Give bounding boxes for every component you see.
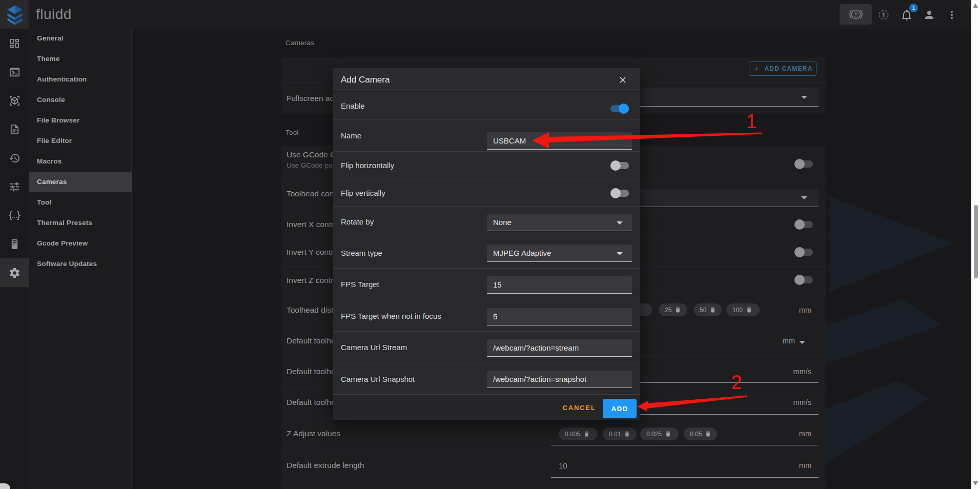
rail-item-tune[interactable]	[0, 172, 29, 201]
add-camera-button[interactable]: ADD CAMERA	[749, 62, 816, 76]
setting-row-z-adjust-values: Z Adjust values 0.005 0.01 0.025 0.05 mm	[281, 418, 826, 450]
menu-item-file-browser[interactable]: File Browser	[29, 110, 132, 131]
unit-suffix: mm	[783, 325, 795, 356]
menu-item-general[interactable]: General	[29, 28, 132, 49]
menu-item-file-editor[interactable]: File Editor	[29, 131, 132, 151]
menu-item-thermal-presets[interactable]: Thermal Presets	[29, 213, 132, 233]
fps-target-idle-input[interactable]: 5	[487, 308, 632, 325]
chip-value: 50	[700, 307, 706, 314]
dialog-titlebar: Add Camera	[333, 68, 640, 92]
scrollbar-thumb[interactable]	[974, 205, 978, 278]
dialog-row-fps-target: FPS Target 15	[333, 268, 640, 300]
tool-section-heading: Tool	[285, 129, 299, 136]
chevron-down-icon	[801, 96, 807, 99]
emergency-stop-button[interactable]	[840, 4, 872, 25]
update-arrow-icon[interactable]	[877, 9, 890, 21]
menu-item-theme[interactable]: Theme	[29, 49, 132, 69]
z-adjust-chip[interactable]: 0.05	[684, 427, 717, 440]
camera-url-stream-input[interactable]: /webcam/?action=stream	[487, 339, 632, 357]
rail-item-dashboard[interactable]	[0, 29, 29, 57]
add-camera-button-label: ADD CAMERA	[765, 65, 813, 72]
fluidd-app: fluidd 1	[0, 0, 980, 489]
dialog-row-rotate-by: Rotate by None	[333, 206, 640, 237]
menu-item-macros[interactable]: Macros	[29, 151, 132, 172]
z-adjust-chip[interactable]: 0.025	[640, 427, 679, 440]
setting-label: Invert X control	[287, 211, 340, 238]
dialog-row-flip-horizontally: Flip horizontally	[333, 151, 640, 179]
camera-url-snapshot-value: /webcam/?action=snapshot	[493, 375, 586, 383]
scroll-down-arrow-icon[interactable]	[973, 481, 978, 485]
menu-item-tool[interactable]: Tool	[29, 192, 132, 213]
stream-type-select[interactable]: MJPEG Adaptive	[487, 244, 632, 262]
name-input[interactable]: USBCAM	[487, 132, 632, 150]
input-underline	[551, 445, 819, 445]
name-input-value: USBCAM	[493, 136, 526, 145]
settings-gear-icon	[9, 267, 21, 279]
cancel-button[interactable]: CANCEL	[563, 395, 596, 420]
rail-item-history[interactable]	[0, 144, 29, 172]
scroll-up-arrow-icon[interactable]	[973, 4, 978, 8]
rotate-by-select[interactable]: None	[487, 214, 632, 231]
scrollbar[interactable]	[971, 0, 980, 489]
chip-value: 0.005	[565, 431, 580, 438]
z-adjust-chip[interactable]: 0.01	[603, 427, 637, 440]
dialog-row-name: Name USBCAM	[333, 119, 640, 151]
z-adjust-chip[interactable]: 0.005	[559, 427, 598, 440]
menu-item-console[interactable]: Console	[29, 90, 132, 110]
unit-suffix: mm/s	[793, 387, 811, 418]
delete-icon[interactable]	[665, 431, 671, 437]
distance-chip[interactable]: 100	[726, 303, 760, 316]
field-label: Rotate by	[341, 207, 374, 237]
chevron-down-icon	[799, 341, 805, 344]
fluidd-logo-icon	[7, 5, 23, 25]
notification-badge[interactable]: 1	[909, 4, 918, 12]
fps-target-input[interactable]: 15	[487, 276, 632, 294]
system-icon	[9, 238, 21, 250]
history-icon	[9, 152, 21, 164]
rail-item-jobs[interactable]	[0, 115, 29, 144]
gcode-preview-icon	[9, 95, 21, 107]
delete-icon[interactable]	[624, 431, 630, 437]
menu-item-software-updates[interactable]: Software Updates	[29, 254, 132, 274]
extrude-length-value[interactable]: 10	[559, 450, 567, 481]
fluidd-watermark-icon	[826, 185, 972, 489]
fps-target-value: 15	[493, 280, 502, 289]
camera-url-stream-value: /webcam/?action=stream	[493, 343, 579, 352]
add-button[interactable]: ADD	[603, 399, 637, 418]
chip-value: 0.01	[609, 431, 621, 438]
distance-chip[interactable]: 50	[693, 303, 722, 316]
rail-item-system[interactable]	[0, 230, 29, 258]
setting-row-default-extrude-length: Default extrude length 10 mm	[281, 450, 826, 481]
chevron-down-icon	[617, 252, 623, 255]
menu-item-gcode-preview[interactable]: Gcode Preview	[29, 233, 132, 254]
camera-url-snapshot-input[interactable]: /webcam/?action=snapshot	[487, 371, 632, 388]
setting-label: Invert Z control	[287, 266, 339, 295]
field-label: Enable	[341, 93, 365, 119]
chevron-down-icon	[801, 196, 807, 199]
logo-container[interactable]	[0, 0, 29, 29]
dialog-title: Add Camera	[341, 68, 390, 92]
close-icon[interactable]	[618, 75, 628, 85]
distance-chip[interactable]: 25	[659, 303, 687, 316]
chip-value: 100	[732, 307, 743, 314]
rail-item-gcode-preview[interactable]	[0, 86, 29, 115]
rail-item-console[interactable]	[0, 57, 29, 86]
delete-icon[interactable]	[675, 307, 681, 313]
delete-icon[interactable]	[583, 431, 590, 437]
dialog-actions: CANCEL ADD	[333, 394, 640, 420]
setting-label: Invert Y control	[287, 238, 340, 266]
rail-item-settings[interactable]	[0, 258, 29, 287]
unit-suffix: mm	[799, 450, 811, 481]
account-icon[interactable]	[923, 9, 935, 21]
menu-item-authentication[interactable]: Authentication	[29, 69, 132, 90]
delete-icon[interactable]	[709, 307, 716, 313]
rail-item-macros[interactable]	[0, 201, 29, 230]
delete-icon[interactable]	[705, 431, 711, 437]
stream-type-value: MJPEG Adaptive	[493, 249, 551, 257]
nav-rail	[0, 29, 29, 489]
menu-item-cameras[interactable]: Cameras	[29, 172, 132, 192]
dots-vertical-icon[interactable]	[946, 9, 958, 21]
add-camera-dialog: Add Camera Enable Name USBCAM Flip horiz…	[333, 68, 640, 420]
delete-icon[interactable]	[746, 307, 752, 313]
field-label: Flip vertically	[341, 179, 385, 206]
